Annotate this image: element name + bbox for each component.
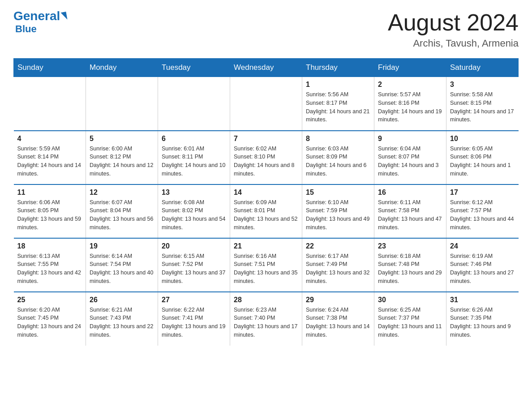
day-info: Sunrise: 5:59 AM Sunset: 8:14 PM Dayligh…	[17, 145, 82, 178]
calendar-week-2: 11Sunrise: 6:06 AM Sunset: 8:05 PM Dayli…	[14, 184, 519, 238]
day-number: 7	[234, 135, 298, 143]
calendar-cell: 22Sunrise: 6:17 AM Sunset: 7:49 PM Dayli…	[302, 238, 374, 292]
calendar-cell: 16Sunrise: 6:11 AM Sunset: 7:58 PM Dayli…	[374, 184, 446, 238]
day-number: 4	[17, 135, 82, 143]
day-number: 6	[162, 135, 226, 143]
day-info: Sunrise: 6:25 AM Sunset: 7:37 PM Dayligh…	[378, 306, 442, 339]
calendar-cell: 9Sunrise: 6:04 AM Sunset: 8:07 PM Daylig…	[374, 131, 446, 184]
calendar-cell: 18Sunrise: 6:13 AM Sunset: 7:55 PM Dayli…	[14, 238, 86, 292]
day-info: Sunrise: 6:10 AM Sunset: 7:59 PM Dayligh…	[306, 198, 370, 232]
calendar-week-1: 4Sunrise: 5:59 AM Sunset: 8:14 PM Daylig…	[14, 131, 519, 184]
calendar-cell: 7Sunrise: 6:02 AM Sunset: 8:10 PM Daylig…	[230, 131, 302, 184]
calendar-cell: 8Sunrise: 6:03 AM Sunset: 8:09 PM Daylig…	[302, 131, 374, 184]
calendar-cell: 10Sunrise: 6:05 AM Sunset: 8:06 PM Dayli…	[446, 131, 519, 184]
day-info: Sunrise: 6:05 AM Sunset: 8:06 PM Dayligh…	[450, 145, 515, 178]
day-info: Sunrise: 6:06 AM Sunset: 8:05 PM Dayligh…	[17, 198, 82, 232]
day-number: 31	[450, 296, 515, 304]
calendar-cell: 30Sunrise: 6:25 AM Sunset: 7:37 PM Dayli…	[374, 292, 446, 346]
day-info: Sunrise: 5:58 AM Sunset: 8:15 PM Dayligh…	[450, 90, 515, 124]
day-info: Sunrise: 5:56 AM Sunset: 8:17 PM Dayligh…	[306, 90, 370, 124]
day-number: 17	[450, 188, 515, 197]
day-number: 30	[378, 296, 442, 304]
calendar-table: SundayMondayTuesdayWednesdayThursdayFrid…	[13, 58, 519, 346]
day-number: 16	[378, 188, 442, 197]
day-number: 21	[234, 242, 298, 250]
day-number: 5	[90, 135, 154, 143]
calendar-cell: 20Sunrise: 6:15 AM Sunset: 7:52 PM Dayli…	[158, 238, 230, 292]
day-number: 11	[17, 188, 82, 197]
header-sunday: Sunday	[14, 59, 86, 77]
calendar-cell: 23Sunrise: 6:18 AM Sunset: 7:48 PM Dayli…	[374, 238, 446, 292]
day-number: 20	[162, 242, 226, 250]
day-number: 1	[306, 81, 370, 89]
calendar-week-0: 1Sunrise: 5:56 AM Sunset: 8:17 PM Daylig…	[14, 77, 519, 131]
calendar-cell: 1Sunrise: 5:56 AM Sunset: 8:17 PM Daylig…	[302, 77, 374, 131]
calendar-cell: 4Sunrise: 5:59 AM Sunset: 8:14 PM Daylig…	[14, 131, 86, 184]
calendar-cell: 25Sunrise: 6:20 AM Sunset: 7:45 PM Dayli…	[14, 292, 86, 346]
day-info: Sunrise: 6:13 AM Sunset: 7:55 PM Dayligh…	[17, 252, 82, 286]
calendar-cell: 5Sunrise: 6:00 AM Sunset: 8:12 PM Daylig…	[86, 131, 158, 184]
day-number: 8	[306, 135, 370, 143]
calendar-cell: 21Sunrise: 6:16 AM Sunset: 7:51 PM Dayli…	[230, 238, 302, 292]
logo-general-text: General	[13, 9, 60, 23]
calendar-header-row: SundayMondayTuesdayWednesdayThursdayFrid…	[14, 59, 519, 77]
day-info: Sunrise: 6:01 AM Sunset: 8:11 PM Dayligh…	[162, 145, 226, 178]
day-info: Sunrise: 6:24 AM Sunset: 7:38 PM Dayligh…	[306, 306, 370, 339]
calendar-cell: 17Sunrise: 6:12 AM Sunset: 7:57 PM Dayli…	[446, 184, 519, 238]
calendar-cell: 11Sunrise: 6:06 AM Sunset: 8:05 PM Dayli…	[14, 184, 86, 238]
calendar-cell: 14Sunrise: 6:09 AM Sunset: 8:01 PM Dayli…	[230, 184, 302, 238]
header-friday: Friday	[374, 59, 446, 77]
day-number: 25	[17, 296, 82, 304]
calendar-cell: 24Sunrise: 6:19 AM Sunset: 7:46 PM Dayli…	[446, 238, 519, 292]
day-number: 15	[306, 188, 370, 197]
calendar-cell: 6Sunrise: 6:01 AM Sunset: 8:11 PM Daylig…	[158, 131, 230, 184]
day-number: 14	[234, 188, 298, 197]
calendar-cell	[86, 77, 158, 131]
calendar-cell: 2Sunrise: 5:57 AM Sunset: 8:16 PM Daylig…	[374, 77, 446, 131]
calendar-cell: 26Sunrise: 6:21 AM Sunset: 7:43 PM Dayli…	[86, 292, 158, 346]
day-info: Sunrise: 6:09 AM Sunset: 8:01 PM Dayligh…	[234, 198, 298, 232]
day-info: Sunrise: 6:17 AM Sunset: 7:49 PM Dayligh…	[306, 252, 370, 286]
calendar-cell: 12Sunrise: 6:07 AM Sunset: 8:04 PM Dayli…	[86, 184, 158, 238]
calendar-cell: 19Sunrise: 6:14 AM Sunset: 7:54 PM Dayli…	[86, 238, 158, 292]
day-number: 2	[378, 81, 442, 89]
header-thursday: Thursday	[302, 59, 374, 77]
calendar-cell	[14, 77, 86, 131]
calendar-cell	[230, 77, 302, 131]
day-number: 22	[306, 242, 370, 250]
day-number: 12	[90, 188, 154, 197]
month-title: August 2024	[388, 9, 519, 36]
day-number: 26	[90, 296, 154, 304]
day-number: 24	[450, 242, 515, 250]
title-section: August 2024 Archis, Tavush, Armenia	[388, 9, 519, 49]
day-info: Sunrise: 5:57 AM Sunset: 8:16 PM Dayligh…	[378, 90, 442, 124]
calendar-cell: 3Sunrise: 5:58 AM Sunset: 8:15 PM Daylig…	[446, 77, 519, 131]
day-info: Sunrise: 6:15 AM Sunset: 7:52 PM Dayligh…	[162, 252, 226, 286]
calendar-week-3: 18Sunrise: 6:13 AM Sunset: 7:55 PM Dayli…	[14, 238, 519, 292]
logo: General Blue	[13, 9, 67, 35]
day-number: 18	[17, 242, 82, 250]
day-number: 19	[90, 242, 154, 250]
day-number: 13	[162, 188, 226, 197]
day-number: 23	[378, 242, 442, 250]
day-info: Sunrise: 6:07 AM Sunset: 8:04 PM Dayligh…	[90, 198, 154, 232]
calendar-cell	[158, 77, 230, 131]
day-info: Sunrise: 6:19 AM Sunset: 7:46 PM Dayligh…	[450, 252, 515, 286]
calendar-cell: 31Sunrise: 6:26 AM Sunset: 7:35 PM Dayli…	[446, 292, 519, 346]
day-info: Sunrise: 6:23 AM Sunset: 7:40 PM Dayligh…	[234, 306, 298, 339]
day-number: 9	[378, 135, 442, 143]
calendar-cell: 29Sunrise: 6:24 AM Sunset: 7:38 PM Dayli…	[302, 292, 374, 346]
header-tuesday: Tuesday	[158, 59, 230, 77]
header-saturday: Saturday	[446, 59, 519, 77]
logo-blue-text: Blue	[15, 23, 37, 35]
day-info: Sunrise: 6:16 AM Sunset: 7:51 PM Dayligh…	[234, 252, 298, 286]
day-number: 10	[450, 135, 515, 143]
calendar-week-4: 25Sunrise: 6:20 AM Sunset: 7:45 PM Dayli…	[14, 292, 519, 346]
day-info: Sunrise: 6:11 AM Sunset: 7:58 PM Dayligh…	[378, 198, 442, 232]
day-info: Sunrise: 6:08 AM Sunset: 8:02 PM Dayligh…	[162, 198, 226, 232]
logo-text: General	[13, 9, 67, 23]
page-header: General Blue August 2024 Archis, Tavush,…	[13, 9, 519, 49]
day-info: Sunrise: 6:22 AM Sunset: 7:41 PM Dayligh…	[162, 306, 226, 339]
day-info: Sunrise: 6:18 AM Sunset: 7:48 PM Dayligh…	[378, 252, 442, 286]
day-info: Sunrise: 6:03 AM Sunset: 8:09 PM Dayligh…	[306, 145, 370, 178]
